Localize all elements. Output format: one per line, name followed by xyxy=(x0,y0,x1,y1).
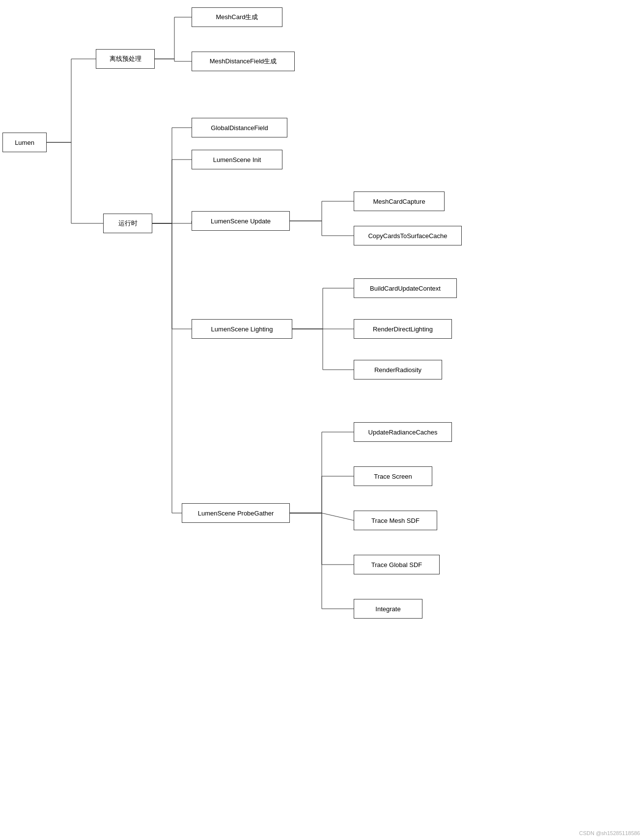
connector-lines xyxy=(0,0,644,840)
node-lumenscene-init: LumenScene Init xyxy=(192,150,282,169)
node-meshdf-gen: MeshDistanceField生成 xyxy=(192,52,295,71)
node-trace-global-sdf: Trace Global SDF xyxy=(354,555,440,574)
diagram-container: Lumen 离线预处理 运行时 MeshCard生成 MeshDistanceF… xyxy=(0,0,644,840)
node-trace-screen: Trace Screen xyxy=(354,466,432,486)
node-lumenscene-lighting: LumenScene Lighting xyxy=(192,319,292,339)
node-trace-mesh-sdf: Trace Mesh SDF xyxy=(354,511,437,530)
node-build-card-ctx: BuildCardUpdateContext xyxy=(354,278,457,298)
node-meshcard-gen: MeshCard生成 xyxy=(192,7,282,27)
node-copy-cards: CopyCardsToSurfaceCache xyxy=(354,226,462,245)
node-global-df: GlobalDistanceField xyxy=(192,118,287,137)
node-lumenscene-update: LumenScene Update xyxy=(192,211,290,231)
node-runtime: 运行时 xyxy=(103,214,152,233)
node-render-direct: RenderDirectLighting xyxy=(354,319,452,339)
node-lumenscene-probegather: LumenScene ProbeGather xyxy=(182,503,290,523)
node-lumen: Lumen xyxy=(2,133,47,152)
watermark: CSDN @sh15285118586 xyxy=(579,830,640,836)
node-meshcard-capture: MeshCardCapture xyxy=(354,191,445,211)
node-integrate: Integrate xyxy=(354,599,422,619)
node-preprocessing: 离线预处理 xyxy=(96,49,155,69)
node-render-radiosity: RenderRadiosity xyxy=(354,360,442,379)
node-update-radiance: UpdateRadianceCaches xyxy=(354,422,452,442)
